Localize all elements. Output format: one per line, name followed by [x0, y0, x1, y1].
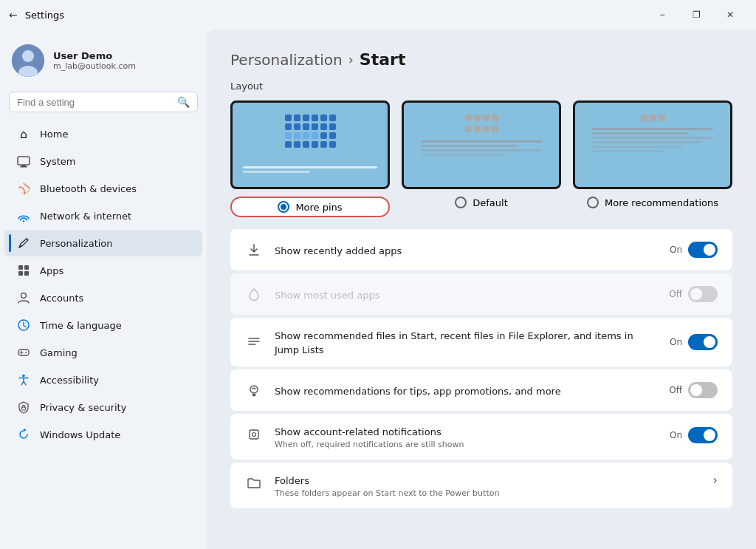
sidebar-item-gaming[interactable]: Gaming: [4, 339, 202, 366]
sidebar-item-accessibility[interactable]: Accessibility: [4, 366, 202, 393]
breadcrumb: Personalization › Start: [230, 50, 732, 69]
sidebar-item-personalization[interactable]: Personalization: [4, 230, 202, 256]
sidebar-item-apps[interactable]: Apps: [4, 257, 202, 284]
account-notifications-toggle[interactable]: [688, 427, 718, 443]
layout-radio-more-rec[interactable]: More recommendations: [573, 197, 732, 208]
pin-dot: [329, 115, 336, 121]
recommended-files-control: On: [670, 334, 718, 350]
privacy-icon: [16, 400, 31, 415]
back-icon[interactable]: ←: [9, 9, 18, 21]
network-icon: [16, 208, 31, 223]
setting-recommended-files: Show recommended files in Start, recent …: [230, 318, 732, 366]
folders-label: Folders: [275, 475, 309, 486]
restore-button[interactable]: ❐: [679, 3, 713, 27]
sidebar-item-network-label: Network & internet: [40, 211, 131, 222]
sidebar-item-privacy[interactable]: Privacy & security: [4, 394, 202, 420]
tips-toggle[interactable]: [688, 382, 718, 398]
sidebar-item-accessibility-label: Accessibility: [40, 375, 99, 386]
breadcrumb-parent[interactable]: Personalization: [230, 51, 343, 69]
sidebar-item-privacy-label: Privacy & security: [40, 402, 126, 413]
svg-rect-4: [21, 165, 26, 166]
preview-line: [421, 149, 542, 151]
sidebar: User Demo m_lab@outlook.com 🔍 ⌂ Home Sys…: [0, 30, 207, 549]
pin-dot: [329, 141, 336, 148]
layout-option-default[interactable]: Default: [402, 100, 561, 217]
pin-dot: [294, 123, 300, 130]
personalization-icon: [16, 236, 31, 250]
layout-radio-default[interactable]: Default: [402, 197, 561, 208]
svg-point-15: [22, 375, 25, 378]
user-profile[interactable]: User Demo m_lab@outlook.com: [0, 35, 207, 89]
most-used-toggle[interactable]: [688, 286, 718, 302]
preview-line: [592, 137, 713, 139]
toggle-thumb: [704, 336, 715, 348]
radio-default[interactable]: [455, 197, 467, 208]
recently-added-toggle[interactable]: [688, 242, 718, 258]
layout-option-more-pins[interactable]: More pins: [230, 100, 390, 217]
preview-line: [592, 128, 713, 130]
sidebar-item-gaming-label: Gaming: [40, 347, 78, 358]
sidebar-item-system[interactable]: System: [4, 148, 202, 174]
layout-options: More pins: [230, 100, 732, 217]
time-icon: [16, 318, 31, 333]
pin-dot: [285, 141, 292, 148]
sidebar-item-personalization-label: Personalization: [40, 238, 113, 249]
preview-line: [421, 154, 506, 156]
title-bar: ← Settings − ❐ ✕: [0, 0, 756, 30]
system-icon: [16, 154, 31, 168]
sidebar-item-home[interactable]: ⌂ Home: [4, 120, 202, 147]
sidebar-item-time[interactable]: Time & language: [4, 312, 202, 338]
accounts-icon: [16, 290, 31, 305]
pin-dot: [641, 115, 647, 121]
setting-most-used: Show most used apps Off: [230, 273, 732, 315]
radio-more-rec[interactable]: [587, 197, 599, 208]
recommended-files-label: Show recommended files in Start, recent …: [275, 330, 633, 355]
accessibility-icon: [16, 372, 31, 387]
svg-rect-18: [250, 430, 258, 439]
svg-rect-9: [18, 271, 23, 276]
account-notifications-control: On: [670, 427, 718, 443]
pin-dot: [320, 132, 327, 139]
layout-option-more-rec[interactable]: More recommendations: [573, 100, 732, 217]
pin-dot: [303, 141, 309, 148]
tips-control: Off: [669, 382, 718, 398]
search-box[interactable]: 🔍: [9, 92, 198, 112]
search-input[interactable]: [17, 97, 171, 108]
sidebar-item-network[interactable]: Network & internet: [4, 202, 202, 229]
app-title: Settings: [25, 10, 64, 21]
pin-dot: [285, 123, 292, 130]
setting-folders[interactable]: Folders These folders appear on Start ne…: [230, 463, 732, 508]
layout-radio-more-pins[interactable]: More pins: [230, 197, 390, 217]
pin-dot: [303, 123, 309, 130]
preview-line: [592, 132, 689, 134]
recommended-files-toggle[interactable]: [688, 334, 718, 350]
setting-account-notifications-text: Show account-related notifications When …: [275, 424, 658, 449]
toggle-thumb: [704, 244, 715, 256]
radio-more-pins[interactable]: [278, 201, 289, 213]
close-button[interactable]: ✕: [713, 3, 747, 27]
preview-line: [592, 150, 664, 152]
breadcrumb-current: Start: [360, 50, 406, 69]
svg-point-17: [250, 386, 258, 393]
gaming-icon: [16, 345, 31, 360]
chevron-right-icon: ›: [713, 473, 718, 487]
layout-preview-more-pins: [230, 100, 390, 189]
pin-dot: [303, 115, 309, 121]
recommended-files-state: On: [670, 337, 682, 347]
svg-rect-8: [24, 265, 29, 270]
pin-dot: [294, 132, 300, 139]
account-notifications-icon: [245, 426, 263, 443]
folders-sublabel: These folders appear on Start next to th…: [275, 488, 701, 498]
sidebar-item-bluetooth[interactable]: ⚾ Bluetooth & devices: [4, 175, 202, 202]
recently-added-state: On: [670, 245, 682, 255]
layout-default-label: Default: [472, 197, 508, 208]
svg-point-6: [23, 220, 24, 222]
setting-account-notifications: Show account-related notifications When …: [230, 414, 732, 460]
account-notifications-label: Show account-related notifications: [275, 426, 441, 437]
minimize-button[interactable]: −: [645, 3, 679, 27]
pin-dot: [312, 141, 318, 148]
folders-icon: [245, 474, 263, 492]
setting-folders-text: Folders These folders appear on Start ne…: [275, 473, 701, 498]
sidebar-item-update[interactable]: Windows Update: [4, 421, 202, 448]
sidebar-item-accounts[interactable]: Accounts: [4, 284, 202, 311]
